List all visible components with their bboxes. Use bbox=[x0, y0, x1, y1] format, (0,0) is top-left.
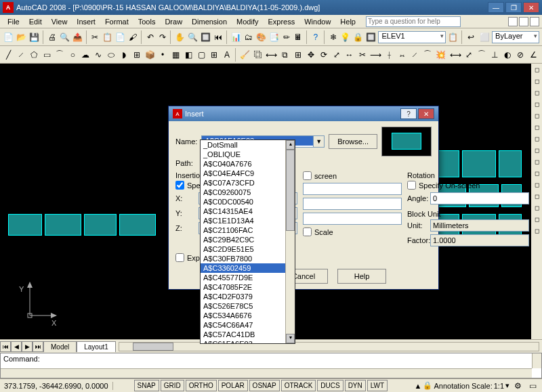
dropdown-item[interactable]: A$C534A6676 bbox=[201, 311, 295, 320]
sx-input[interactable] bbox=[303, 183, 402, 195]
dropdown-item[interactable]: A$C45577D9E bbox=[201, 273, 295, 282]
break-icon[interactable]: ⟊ bbox=[383, 48, 395, 62]
markup-icon[interactable]: ✏ bbox=[281, 30, 292, 44]
dropdown-item[interactable]: A$C30FB7800 bbox=[201, 254, 295, 263]
dialog-help-button[interactable]: ? bbox=[400, 108, 417, 119]
dropdown-item[interactable]: A$C57AC41DB bbox=[201, 330, 295, 339]
spline-icon[interactable]: ∿ bbox=[93, 48, 104, 62]
help-search-input[interactable] bbox=[366, 16, 461, 27]
dropdown-item[interactable]: A$C54C66A47 bbox=[201, 320, 295, 330]
zoom-icon[interactable]: 🔍 bbox=[187, 30, 199, 44]
color-box-icon[interactable]: ⬜ bbox=[479, 30, 491, 44]
minimize-button[interactable]: — bbox=[488, 2, 504, 13]
new-icon[interactable]: 📄 bbox=[3, 30, 14, 44]
command-line[interactable]: Command: bbox=[0, 353, 542, 378]
line-icon[interactable]: ╱ bbox=[3, 48, 14, 62]
uniform-scale-checkbox[interactable] bbox=[303, 227, 312, 236]
point-icon[interactable]: • bbox=[157, 48, 169, 62]
rtool-icon[interactable]: ◻ bbox=[532, 215, 541, 224]
layer-dropdown[interactable]: ELEV1 bbox=[378, 31, 446, 43]
offset-icon[interactable]: ⧉ bbox=[279, 48, 291, 62]
cmd-vscroll[interactable] bbox=[532, 353, 541, 368]
properties-icon[interactable]: 📊 bbox=[230, 30, 242, 44]
rotate-icon[interactable]: ⟳ bbox=[318, 48, 329, 62]
match-icon[interactable]: 🖌 bbox=[127, 30, 138, 44]
dropdown-item[interactable]: A$C04EA4FC9 bbox=[201, 169, 295, 178]
tab-model[interactable]: Model bbox=[43, 341, 77, 352]
insertblock-icon[interactable]: ⊞ bbox=[131, 48, 143, 62]
preview-icon[interactable]: 🔍 bbox=[59, 30, 70, 44]
toggle-polar[interactable]: POLAR bbox=[218, 380, 248, 391]
ann-lock-icon[interactable]: 🔒 bbox=[423, 381, 432, 390]
dim-aligned-icon[interactable]: ⤢ bbox=[463, 48, 475, 62]
rtool-icon[interactable]: ◻ bbox=[532, 146, 541, 155]
circle-icon[interactable]: ○ bbox=[67, 48, 79, 62]
status-icon[interactable]: ▭ bbox=[526, 379, 539, 393]
rtool-icon[interactable]: ◻ bbox=[532, 88, 541, 97]
tab-first-button[interactable]: ⏮ bbox=[0, 341, 11, 352]
toggle-grid[interactable]: GRID bbox=[161, 380, 184, 391]
rtool-icon[interactable]: ◻ bbox=[532, 134, 541, 144]
layer-states-icon[interactable]: 📋 bbox=[447, 30, 459, 44]
layer-lock-icon[interactable]: 🔒 bbox=[352, 30, 364, 44]
pan-icon[interactable]: ✋ bbox=[174, 30, 186, 44]
coords-display[interactable]: 373.1759, -36442.6990, 0.0000 bbox=[0, 382, 113, 390]
bylayer-dropdown[interactable]: ByLayer bbox=[492, 31, 539, 43]
dropdown-item[interactable]: _OBLIQUE bbox=[201, 150, 295, 159]
layer-prev-icon[interactable]: ↩ bbox=[465, 30, 476, 44]
menu-edit[interactable]: Edit bbox=[24, 16, 47, 27]
undo-icon[interactable]: ↶ bbox=[145, 30, 156, 44]
dim-ord-icon[interactable]: ⊥ bbox=[489, 48, 501, 62]
rtool-icon[interactable]: ◻ bbox=[532, 180, 541, 190]
chevron-down-icon[interactable]: ▼ bbox=[313, 136, 324, 147]
dropdown-item[interactable]: A$C14315AE4 bbox=[201, 206, 295, 216]
menu-dimension[interactable]: Dimension bbox=[187, 16, 232, 27]
dropdown-item[interactable]: _DotSmall bbox=[201, 140, 295, 150]
sy-input[interactable] bbox=[303, 198, 402, 210]
zoom-window-icon[interactable]: 🔲 bbox=[200, 30, 211, 44]
scroll-down-icon[interactable]: ▾ bbox=[286, 334, 295, 343]
tab-next-button[interactable]: ▶ bbox=[22, 341, 33, 352]
menu-modify[interactable]: Modify bbox=[232, 16, 263, 27]
mirror-icon[interactable]: ⟷ bbox=[265, 48, 278, 62]
explode-icon[interactable]: 💥 bbox=[435, 48, 446, 62]
rtool-icon[interactable]: ◻ bbox=[532, 100, 541, 109]
toggle-dyn[interactable]: DYN bbox=[345, 380, 366, 391]
tab-last-button[interactable]: ⏭ bbox=[33, 341, 43, 352]
help-button[interactable]: Help bbox=[337, 269, 386, 284]
polygon-icon[interactable]: ⬠ bbox=[28, 48, 40, 62]
dropdown-item[interactable]: A$C61FA6E03 bbox=[201, 339, 295, 344]
dim-rad-icon[interactable]: ◐ bbox=[502, 48, 514, 62]
explode-checkbox[interactable] bbox=[175, 253, 184, 262]
ann-scale-value[interactable]: 1:1 bbox=[494, 382, 504, 390]
dropdown-item[interactable]: A$C07A73CFD bbox=[201, 178, 295, 188]
scale-screen-checkbox[interactable] bbox=[303, 171, 312, 180]
rtool-icon[interactable]: ◻ bbox=[532, 77, 541, 86]
pline-icon[interactable]: ⟋ bbox=[16, 48, 27, 62]
dim-arc-icon[interactable]: ⌒ bbox=[476, 48, 488, 62]
menu-insert[interactable]: Insert bbox=[72, 16, 100, 27]
dropdown-scrollbar[interactable]: ▴ ▾ bbox=[285, 140, 295, 343]
angle-input[interactable] bbox=[430, 192, 529, 204]
dropdown-item[interactable]: A$C21106FAC bbox=[201, 225, 295, 235]
stretch-icon[interactable]: ↔ bbox=[343, 48, 355, 62]
dropdown-item[interactable]: A$C47085F2E bbox=[201, 282, 295, 292]
dropdown-item[interactable]: A$C4D2F0379 bbox=[201, 292, 295, 301]
toggle-lwt[interactable]: LWT bbox=[367, 380, 388, 391]
menu-view[interactable]: View bbox=[47, 16, 72, 27]
scroll-thumb[interactable] bbox=[286, 150, 295, 231]
sz-input[interactable] bbox=[303, 213, 402, 225]
ellipse-icon[interactable]: ⬭ bbox=[106, 48, 117, 62]
mdi-close-icon[interactable] bbox=[530, 17, 539, 26]
dropdown-item[interactable]: A$C0DC00540 bbox=[201, 197, 295, 206]
toggle-ducs[interactable]: DUCS bbox=[317, 380, 343, 391]
scale-icon[interactable]: ⤢ bbox=[331, 48, 342, 62]
rtool-icon[interactable]: ◻ bbox=[532, 169, 541, 178]
zoom-prev-icon[interactable]: ⏮ bbox=[213, 30, 224, 44]
save-icon[interactable]: 💾 bbox=[28, 30, 40, 44]
toggle-osnap[interactable]: OSNAP bbox=[249, 380, 280, 391]
mdi-restore-icon[interactable] bbox=[519, 17, 528, 26]
status-icon[interactable]: ⚙ bbox=[511, 379, 524, 393]
redo-icon[interactable]: ↷ bbox=[157, 30, 168, 44]
trim-icon[interactable]: ✂ bbox=[356, 48, 368, 62]
